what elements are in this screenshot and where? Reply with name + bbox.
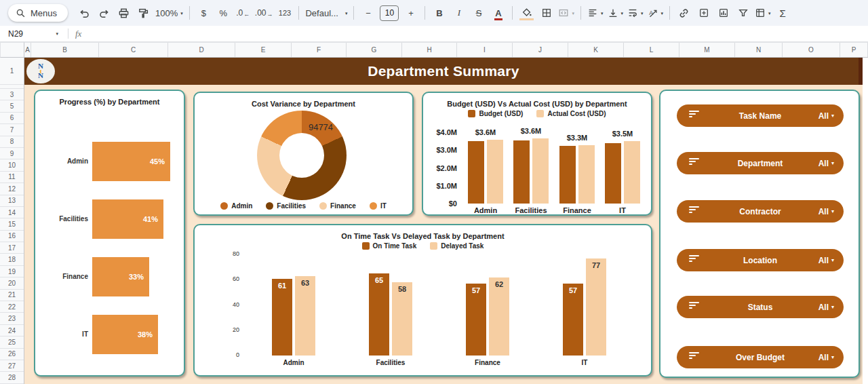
name-box[interactable]: N29 ▾: [0, 29, 58, 39]
bar-value-label: 65: [369, 276, 389, 284]
chevron-down-icon: ▾: [768, 11, 771, 16]
row-header-11[interactable]: 11: [0, 172, 24, 183]
text-rotation-button[interactable]: A ▾: [646, 4, 666, 22]
select-all-corner[interactable]: [0, 42, 24, 58]
row-header-25[interactable]: 25: [0, 337, 24, 348]
column-header-M[interactable]: M: [679, 43, 735, 57]
row-header-20[interactable]: 20: [0, 277, 24, 289]
slicer-status[interactable]: StatusAll ▾: [677, 296, 844, 318]
column-header-G[interactable]: G: [347, 43, 402, 57]
zoom-select[interactable]: 100% ▾: [153, 4, 185, 22]
row-header-19[interactable]: 19: [0, 266, 24, 277]
horizontal-align-button[interactable]: ▾: [585, 4, 606, 22]
text-wrap-button[interactable]: ▾: [625, 4, 646, 22]
print-button[interactable]: [114, 4, 134, 22]
create-filter-button[interactable]: [733, 4, 753, 22]
chevron-down-icon: ▾: [601, 11, 604, 16]
merge-cells-button[interactable]: ▾: [556, 4, 576, 22]
chevron-down-icon: ▾: [831, 208, 834, 214]
vertical-align-button[interactable]: ▾: [606, 4, 626, 22]
slicer-department[interactable]: DepartmentAll ▾: [677, 152, 844, 174]
slicer-over-budget[interactable]: Over BudgetAll ▾: [677, 346, 844, 368]
cost-variance-chart-card[interactable]: Cost Variance by Department 94774 AdminF…: [193, 92, 414, 216]
column-header-B[interactable]: B: [31, 43, 99, 57]
row-header-8[interactable]: 8: [0, 136, 24, 148]
column-header-I[interactable]: I: [457, 43, 513, 57]
menus-search-button[interactable]: Menus: [8, 4, 68, 22]
undo-button[interactable]: [75, 4, 94, 22]
row-header-14[interactable]: 14: [0, 207, 24, 218]
slicer-value-dropdown[interactable]: All ▾: [818, 296, 834, 318]
pivot-table-button[interactable]: ▾: [753, 4, 773, 22]
column-header-E[interactable]: E: [235, 43, 292, 57]
redo-button[interactable]: [94, 4, 114, 22]
slicer-contractor[interactable]: ContractorAll ▾: [677, 200, 844, 223]
formula-bar: N29 ▾ fx: [0, 26, 868, 42]
row-header-7[interactable]: 7: [0, 124, 24, 136]
row-header-28[interactable]: 28: [0, 372, 24, 383]
row-header-27[interactable]: 27: [0, 360, 24, 372]
insert-chart-button[interactable]: [713, 4, 733, 22]
x-axis-category-it: IT: [544, 359, 625, 366]
column-header-D[interactable]: D: [168, 43, 235, 57]
row-header-21[interactable]: 21: [0, 290, 24, 301]
row-header-15[interactable]: 15: [0, 218, 24, 230]
paint-format-button[interactable]: [134, 4, 153, 22]
italic-button[interactable]: I: [449, 4, 469, 22]
slicer-value-dropdown[interactable]: All ▾: [818, 346, 834, 368]
row-header-9[interactable]: 9: [0, 148, 24, 159]
increase-font-size-button[interactable]: +: [401, 4, 420, 22]
strikethrough-button[interactable]: S: [469, 4, 488, 22]
format-percent-button[interactable]: %: [214, 4, 233, 22]
legend-item-finance: Finance: [319, 202, 356, 210]
row-header-3[interactable]: 3: [0, 89, 24, 100]
column-header-H[interactable]: H: [402, 43, 457, 57]
slicer-value-dropdown[interactable]: All ▾: [818, 152, 834, 174]
insert-link-button[interactable]: [674, 4, 694, 22]
column-header-J[interactable]: J: [513, 43, 568, 57]
row-header-10[interactable]: 10: [0, 159, 24, 171]
row-header-22[interactable]: 22: [0, 301, 24, 313]
ontime-vs-delayed-chart-card[interactable]: On Time Task Vs Delayed Task by Departme…: [193, 224, 652, 377]
budget-vs-actual-chart-card[interactable]: Budget (USD) Vs Actual Cost (USD) by Dep…: [422, 92, 652, 216]
row-header-6[interactable]: 6: [0, 113, 24, 124]
column-header-A[interactable]: A: [24, 43, 31, 57]
row-header-24[interactable]: 24: [0, 325, 24, 337]
column-header-O[interactable]: O: [783, 43, 840, 57]
format-currency-button[interactable]: $: [194, 4, 214, 22]
row-header-17[interactable]: 17: [0, 242, 24, 254]
progress-chart-card[interactable]: Progress (%) by Department Admin45%Facil…: [34, 90, 185, 377]
column-header-L[interactable]: L: [624, 43, 679, 57]
slicer-task-name[interactable]: Task NameAll ▾: [677, 104, 844, 127]
font-size-input[interactable]: 10: [380, 5, 399, 21]
row-header-13[interactable]: 13: [0, 195, 24, 207]
column-header-K[interactable]: K: [568, 43, 624, 57]
row-header-12[interactable]: 12: [0, 183, 24, 195]
bold-button[interactable]: B: [429, 4, 449, 22]
insert-comment-button[interactable]: [694, 4, 713, 22]
y-axis-tick: $4.0M: [427, 128, 457, 136]
row-header-16[interactable]: 16: [0, 231, 24, 242]
column-header-F[interactable]: F: [292, 43, 347, 57]
more-formats-button[interactable]: 123: [275, 4, 294, 22]
decrease-font-size-button[interactable]: −: [358, 4, 378, 22]
text-color-button[interactable]: A: [488, 4, 508, 22]
column-header-P[interactable]: P: [840, 43, 868, 57]
slicer-value-dropdown[interactable]: All ▾: [818, 104, 834, 127]
row-header-23[interactable]: 23: [0, 313, 24, 324]
row-header-5[interactable]: 5: [0, 100, 24, 112]
borders-button[interactable]: [536, 4, 556, 22]
font-select[interactable]: Defaul... ▾: [303, 4, 349, 22]
decrease-decimal-button[interactable]: .0←: [233, 4, 253, 22]
row-header-18[interactable]: 18: [0, 254, 24, 265]
column-header-C[interactable]: C: [99, 43, 168, 57]
slicer-value-dropdown[interactable]: All ▾: [818, 249, 834, 271]
row-header-1[interactable]: 1: [0, 58, 24, 85]
functions-button[interactable]: Σ: [773, 4, 793, 22]
slicer-value-dropdown[interactable]: All ▾: [818, 200, 834, 223]
row-header-26[interactable]: 26: [0, 349, 24, 360]
fill-color-button[interactable]: [517, 4, 536, 22]
column-header-N[interactable]: N: [735, 43, 783, 57]
slicer-location[interactable]: LocationAll ▾: [677, 249, 844, 271]
increase-decimal-button[interactable]: .00→: [253, 4, 275, 22]
